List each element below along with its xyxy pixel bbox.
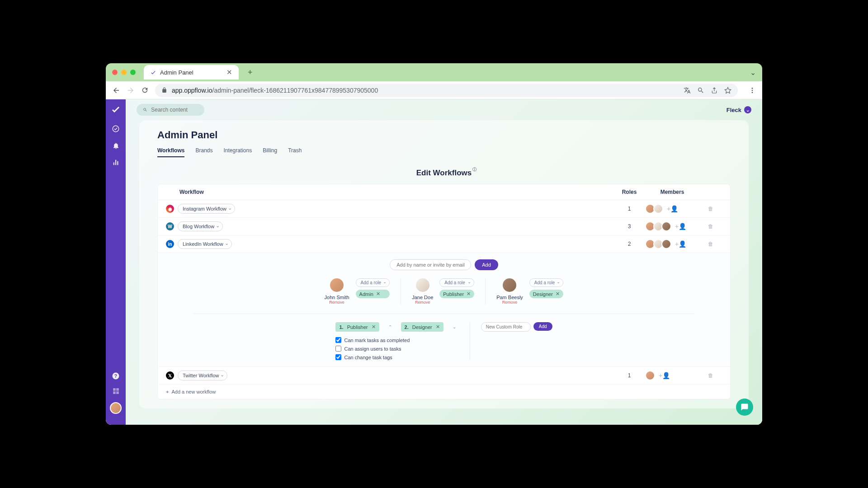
svg-rect-9 — [116, 391, 119, 394]
add-role-select[interactable]: Add a role — [356, 278, 390, 287]
translate-icon[interactable] — [684, 87, 691, 94]
maximize-window-button[interactable] — [130, 70, 136, 75]
close-window-button[interactable] — [112, 70, 118, 75]
chat-button[interactable] — [736, 399, 753, 416]
notifications-nav-icon[interactable] — [112, 142, 120, 150]
add-member-icon[interactable]: +👤 — [675, 223, 686, 230]
perm-checkbox-assign[interactable]: Can assign users to tasks — [335, 346, 456, 352]
info-icon[interactable]: ⓘ — [472, 167, 476, 173]
svg-point-3 — [113, 126, 119, 132]
reload-button[interactable] — [141, 86, 149, 94]
role-tag: Publisher✕ — [439, 290, 474, 298]
search-icon[interactable] — [697, 87, 704, 94]
role-tag: Admin✕ — [356, 290, 390, 298]
col-members: Members — [645, 189, 699, 195]
move-up-icon[interactable]: ⌃ — [388, 324, 392, 329]
delete-icon[interactable]: 🗑 — [699, 372, 722, 379]
svg-point-2 — [752, 92, 753, 93]
members-cell: +👤 — [645, 221, 699, 231]
page-title: Admin Panel — [139, 129, 749, 147]
invite-add-button[interactable]: Add — [475, 259, 498, 270]
share-icon[interactable] — [711, 87, 718, 94]
minimize-window-button[interactable] — [121, 70, 127, 75]
bookmark-icon[interactable] — [724, 87, 731, 94]
avatar — [645, 371, 655, 380]
avatar — [661, 221, 671, 231]
member-name: John Smith — [325, 295, 349, 300]
remove-role-icon[interactable]: ✕ — [436, 324, 440, 330]
add-member-icon[interactable]: +👤 — [659, 372, 670, 379]
tab-close-icon[interactable]: ✕ — [226, 68, 232, 76]
remove-role-icon[interactable]: ✕ — [467, 291, 471, 297]
tab-billing[interactable]: Billing — [263, 147, 277, 157]
delete-icon[interactable]: 🗑 — [699, 206, 722, 212]
delete-icon[interactable]: 🗑 — [699, 241, 722, 247]
workflow-select[interactable]: Instagram Workflow — [178, 204, 235, 214]
instagram-icon: ◉ — [166, 205, 174, 213]
address-bar[interactable]: app.oppflow.io/admin-panel/fleck-1686211… — [155, 84, 738, 97]
avatar — [503, 278, 516, 292]
avatar — [661, 239, 671, 249]
remove-member-link[interactable]: Remove — [496, 300, 523, 305]
url-text: app.oppflow.io/admin-panel/fleck-1686211… — [172, 87, 378, 94]
wordpress-icon: W — [166, 222, 174, 230]
tab-title: Admin Panel — [160, 69, 193, 76]
lock-icon — [161, 87, 167, 93]
add-member-icon[interactable]: +👤 — [667, 205, 678, 212]
invite-input[interactable] — [390, 259, 471, 270]
remove-role-icon[interactable]: ✕ — [556, 291, 560, 297]
analytics-nav-icon[interactable] — [112, 159, 120, 166]
add-member-icon[interactable]: +👤 — [675, 240, 686, 248]
back-button[interactable] — [112, 86, 120, 94]
move-down-icon[interactable]: ⌄ — [453, 324, 456, 329]
member-card: John Smith Remove Add a role Admin✕ — [314, 278, 401, 305]
workflow-select[interactable]: Blog Workflow — [178, 221, 223, 231]
workflow-select[interactable]: LinkedIn Workflow — [178, 239, 232, 249]
add-role-select[interactable]: Add a role — [439, 278, 474, 287]
main-content: Fleck ⌄ Admin Panel Workflows Brands Int… — [126, 99, 762, 425]
custom-role-input[interactable] — [481, 322, 531, 332]
apps-nav-icon[interactable] — [112, 387, 120, 395]
search-field[interactable] — [137, 104, 204, 116]
tab-brands[interactable]: Brands — [195, 147, 212, 157]
workflows-table: Workflow Roles Members ◉ Instagram Workf… — [157, 184, 731, 399]
svg-rect-8 — [113, 391, 116, 394]
browser-tab[interactable]: Admin Panel ✕ — [144, 65, 239, 80]
delete-icon[interactable]: 🗑 — [699, 223, 722, 230]
workflow-expanded-panel: Add John Smith Remove Add a role — [158, 253, 730, 367]
top-bar: Fleck ⌄ — [126, 99, 762, 120]
help-nav-icon[interactable]: ? — [112, 372, 120, 380]
members-cell: +👤 — [645, 204, 699, 214]
perm-checkbox-completed[interactable]: Can mark tasks as completed — [335, 337, 456, 343]
user-avatar[interactable] — [110, 402, 122, 414]
tasks-nav-icon[interactable] — [112, 125, 120, 133]
permissions-section: 1.Publisher✕ ⌃ 2.Designer✕ ⌄ Can mark ta… — [193, 314, 695, 360]
table-row: W Blog Workflow 3 +👤 🗑 — [158, 218, 730, 235]
org-switcher[interactable]: Fleck ⌄ — [726, 106, 751, 113]
remove-member-link[interactable]: Remove — [412, 300, 433, 305]
forward-button[interactable] — [127, 86, 135, 94]
add-role-select[interactable]: Add a role — [529, 278, 564, 287]
search-input[interactable] — [151, 107, 198, 113]
svg-rect-7 — [116, 388, 119, 391]
perm-checkbox-tags[interactable]: Can change task tags — [335, 354, 456, 360]
role-tag: Designer✕ — [529, 290, 564, 298]
workflow-select[interactable]: Twitter Workflow — [178, 371, 227, 380]
browser-menu-icon[interactable] — [749, 87, 756, 94]
tab-trash[interactable]: Trash — [288, 147, 302, 157]
remove-role-icon[interactable]: ✕ — [372, 324, 376, 330]
tab-favicon — [150, 69, 156, 75]
add-custom-role-button[interactable]: Add — [533, 322, 552, 331]
sidebar: ? — [106, 99, 126, 425]
new-tab-button[interactable]: + — [248, 68, 253, 77]
app-logo[interactable] — [110, 105, 121, 116]
roles-count: 3 — [613, 223, 645, 230]
add-workflow-button[interactable]: + Add a new workflow — [158, 385, 730, 399]
browser-window: Admin Panel ✕ + ⌄ app.oppflow.io/admin-p… — [106, 63, 762, 425]
remove-member-link[interactable]: Remove — [325, 300, 349, 305]
tabs-dropdown-icon[interactable]: ⌄ — [750, 68, 756, 77]
tab-workflows[interactable]: Workflows — [157, 147, 184, 157]
remove-role-icon[interactable]: ✕ — [376, 291, 380, 297]
table-row: in LinkedIn Workflow 2 +👤 🗑 — [158, 235, 730, 253]
tab-integrations[interactable]: Integrations — [223, 147, 252, 157]
